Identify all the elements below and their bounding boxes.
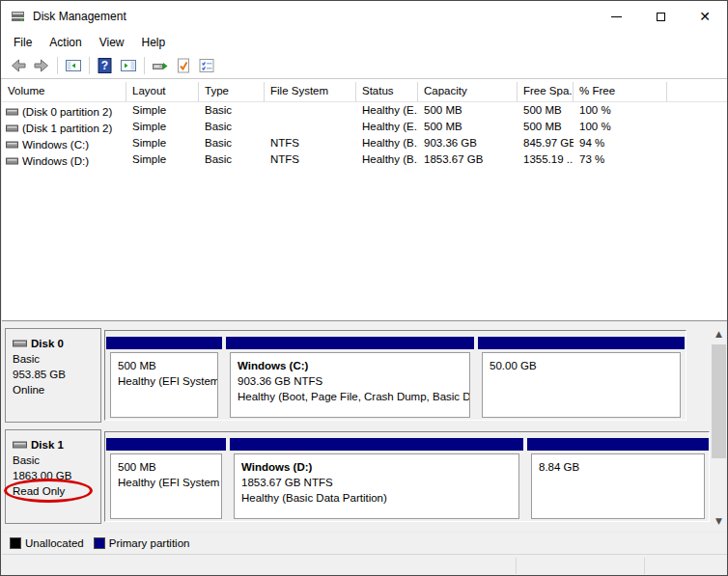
cell-capacity: 1853.67 GB — [418, 151, 518, 168]
disk0-name: Disk 0 — [31, 336, 64, 351]
cell-type: Basic — [199, 151, 265, 168]
legend-unallocated-label: Unallocated — [25, 537, 84, 549]
disk1-partition-extra[interactable]: 8.84 GB — [527, 438, 709, 519]
volume-icon — [6, 107, 18, 117]
primary-partition-swatch — [94, 537, 105, 549]
cell-free: 1355.19 ... — [518, 151, 574, 168]
minimize-button[interactable] — [594, 1, 638, 32]
disk-management-app-icon — [11, 9, 26, 24]
disk0-partition-area: 500 MB Healthy (EFI System Windows (C:) … — [104, 330, 686, 421]
cell-status: Healthy (E... — [356, 119, 418, 135]
disk0-partition-efi[interactable]: 500 MB Healthy (EFI System — [106, 337, 222, 418]
disk1-label-panel[interactable]: Disk 1 Basic 1863.00 GB Read Only — [5, 429, 101, 524]
volume-icon — [6, 156, 18, 166]
column-header-type[interactable]: Type — [199, 82, 265, 101]
table-row[interactable]: Windows (D:) Simple Basic NTFS Healthy (… — [2, 151, 728, 168]
cell-fs — [265, 102, 356, 119]
cell-volume: Windows (D:) — [22, 155, 89, 167]
cell-pct: 94 % — [574, 135, 667, 151]
primary-partition-band — [226, 337, 474, 349]
graphical-pane-scrollbar[interactable]: ▲ ▼ — [711, 326, 727, 530]
volume-icon — [6, 140, 18, 150]
toolbar: ? — [1, 53, 727, 79]
checklist-icon — [198, 57, 215, 74]
partition-size: 500 MB — [118, 358, 217, 373]
close-icon: ✕ — [699, 10, 711, 23]
column-header-status[interactable]: Status — [356, 82, 418, 101]
disk1-type: Basic — [13, 453, 100, 468]
toolbar-separator — [89, 57, 90, 74]
cell-layout: Simple — [126, 119, 199, 135]
table-row[interactable]: Windows (C:) Simple Basic NTFS Healthy (… — [2, 135, 728, 151]
menu-action[interactable]: Action — [41, 33, 90, 52]
toolbar-separator — [144, 57, 145, 74]
volume-list-header: Volume Layout Type File System Status Ca… — [2, 82, 728, 102]
table-row[interactable]: (Disk 0 partition 2) Simple Basic Health… — [2, 102, 728, 119]
cell-layout: Simple — [126, 135, 199, 151]
status-bar-divider — [644, 558, 645, 574]
unallocated-swatch — [10, 537, 21, 549]
disk1-size: 1863.00 GB — [13, 468, 100, 483]
cell-status: Healthy (B... — [356, 135, 418, 151]
column-header-layout[interactable]: Layout — [126, 82, 199, 101]
scrollbar-thumb[interactable] — [712, 344, 726, 458]
cell-free: 845.97 GB — [518, 135, 574, 151]
column-header-file-system[interactable]: File System — [265, 82, 356, 101]
cell-free: 500 MB — [518, 102, 574, 119]
help-button[interactable]: ? — [94, 55, 117, 76]
partition-size: 8.84 GB — [539, 459, 704, 475]
menu-view[interactable]: View — [91, 33, 133, 52]
forward-arrow-icon — [33, 57, 50, 74]
volume-rows: (Disk 0 partition 2) Simple Basic Health… — [2, 102, 728, 168]
forward-button[interactable] — [30, 55, 53, 76]
show-action-pane-button[interactable] — [117, 55, 140, 76]
column-header-volume[interactable]: Volume — [2, 82, 126, 101]
cell-type: Basic — [199, 135, 265, 151]
cell-type: Basic — [199, 119, 265, 135]
show-console-tree-icon — [65, 57, 82, 74]
checkmark-tool-button[interactable] — [172, 55, 195, 76]
maximize-button[interactable] — [638, 1, 683, 32]
volume-list-pane: Volume Layout Type File System Status Ca… — [2, 79, 728, 321]
back-button[interactable] — [7, 55, 30, 76]
drive-tool-button[interactable] — [149, 55, 172, 76]
disk0-partition-recovery[interactable]: 50.00 GB — [478, 337, 685, 418]
disk-icon — [13, 339, 27, 348]
title-bar: Disk Management ✕ — [1, 1, 727, 32]
cell-volume: Windows (C:) — [22, 139, 89, 151]
partition-size: 50.00 GB — [490, 358, 680, 373]
properties-tool-button[interactable] — [195, 55, 218, 76]
partition-name: Windows (D:) — [241, 459, 518, 475]
scroll-up-icon[interactable]: ▲ — [711, 326, 727, 343]
scroll-down-icon[interactable]: ▼ — [711, 513, 727, 530]
cell-status: Healthy (B... — [356, 151, 418, 168]
disk1-partition-d[interactable]: Windows (D:) 1853.67 GB NTFS Healthy (Ba… — [230, 438, 523, 519]
menu-bar: File Action View Help — [1, 32, 727, 53]
menu-file[interactable]: File — [5, 33, 41, 52]
window-title: Disk Management — [33, 9, 126, 24]
maximize-icon — [657, 13, 665, 21]
cell-layout: Simple — [126, 102, 199, 119]
disk0-partition-c[interactable]: Windows (C:) 903.36 GB NTFS Healthy (Boo… — [226, 337, 474, 418]
column-header-pct-free[interactable]: % Free — [574, 82, 667, 101]
partition-name: Windows (C:) — [238, 358, 469, 373]
disk1-status: Read Only — [13, 485, 65, 497]
disk0-label-panel[interactable]: Disk 0 Basic 953.85 GB Online — [5, 328, 101, 423]
partition-status: Healthy (EFI System — [118, 373, 217, 389]
table-row[interactable]: (Disk 1 partition 2) Simple Basic Health… — [2, 119, 728, 135]
column-header-free-space[interactable]: Free Spa... — [518, 82, 574, 101]
drive-tool-icon — [152, 57, 169, 74]
cell-fs: NTFS — [265, 151, 356, 168]
cell-volume: (Disk 1 partition 2) — [22, 123, 112, 134]
disk1-partition-efi[interactable]: 500 MB Healthy (EFI System P — [106, 438, 226, 519]
primary-partition-band — [106, 337, 222, 349]
menu-help[interactable]: Help — [133, 33, 175, 52]
partition-size: 500 MB — [118, 459, 221, 475]
status-bar — [2, 554, 728, 576]
cell-fs — [265, 119, 356, 135]
cell-type: Basic — [199, 102, 265, 119]
column-header-capacity[interactable]: Capacity — [418, 82, 518, 101]
close-button[interactable]: ✕ — [683, 1, 727, 32]
svg-text:?: ? — [101, 59, 108, 72]
show-console-tree-button[interactable] — [62, 55, 85, 76]
